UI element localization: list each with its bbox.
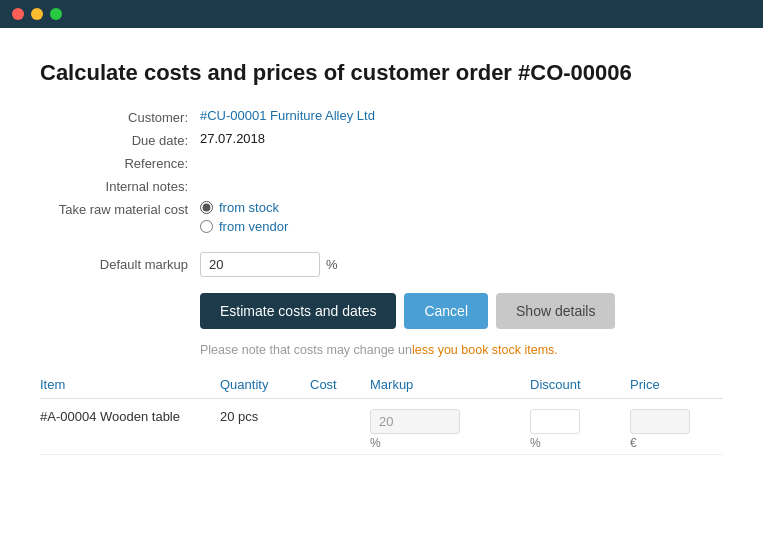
item-name: #A-00004 Wooden table xyxy=(40,409,220,424)
customer-label: Customer: xyxy=(40,108,200,125)
radio-group: from stock from vendor xyxy=(200,200,288,234)
markup-unit: % xyxy=(326,257,338,272)
due-date-label: Due date: xyxy=(40,131,200,148)
customer-value[interactable]: #CU-00001 Furniture Alley Ltd xyxy=(200,108,375,123)
item-quantity: 20 pcs xyxy=(220,409,310,424)
reference-row: Reference: xyxy=(40,154,723,171)
col-item-header: Item xyxy=(40,377,220,392)
col-price-header: Price xyxy=(630,377,710,392)
item-discount-unit: % xyxy=(530,436,630,450)
radio-stock-label: from stock xyxy=(219,200,279,215)
page-title: Calculate costs and prices of customer o… xyxy=(40,60,723,86)
internal-notes-label: Internal notes: xyxy=(40,177,200,194)
markup-input[interactable] xyxy=(200,252,320,277)
col-discount-header: Discount xyxy=(530,377,630,392)
due-date-value: 27.07.2018 xyxy=(200,131,265,146)
cancel-button[interactable]: Cancel xyxy=(404,293,488,329)
main-content: Calculate costs and prices of customer o… xyxy=(0,28,763,548)
show-details-button[interactable]: Show details xyxy=(496,293,615,329)
markup-row: Default markup % xyxy=(40,252,723,277)
notice-text: Please note that costs may change unless… xyxy=(200,343,723,357)
close-button[interactable] xyxy=(12,8,24,20)
minimize-button[interactable] xyxy=(31,8,43,20)
item-price-input[interactable] xyxy=(630,409,690,434)
col-qty-header: Quantity xyxy=(220,377,310,392)
item-markup-input[interactable] xyxy=(370,409,460,434)
estimate-button[interactable]: Estimate costs and dates xyxy=(200,293,396,329)
item-discount-col: % xyxy=(530,409,630,450)
item-markup-col: % xyxy=(370,409,530,450)
item-markup-unit: % xyxy=(370,436,530,450)
item-price-unit: € xyxy=(630,436,710,450)
radio-from-vendor[interactable]: from vendor xyxy=(200,219,288,234)
reference-label: Reference: xyxy=(40,154,200,171)
raw-material-row: Take raw material cost from stock from v… xyxy=(40,200,723,234)
table-header: Item Quantity Cost Markup Discount Price xyxy=(40,377,723,399)
radio-vendor-input[interactable] xyxy=(200,220,213,233)
form-section: Customer: #CU-00001 Furniture Alley Ltd … xyxy=(40,108,723,234)
button-row: Estimate costs and dates Cancel Show det… xyxy=(200,293,723,329)
radio-vendor-label: from vendor xyxy=(219,219,288,234)
item-price-col: € xyxy=(630,409,710,450)
table-row: #A-00004 Wooden table 20 pcs % % € xyxy=(40,399,723,455)
item-discount-input[interactable] xyxy=(530,409,580,434)
col-markup-header: Markup xyxy=(370,377,530,392)
raw-material-label: Take raw material cost xyxy=(40,200,200,217)
customer-row: Customer: #CU-00001 Furniture Alley Ltd xyxy=(40,108,723,125)
table-section: Item Quantity Cost Markup Discount Price… xyxy=(40,377,723,455)
markup-label: Default markup xyxy=(40,257,200,272)
radio-from-stock[interactable]: from stock xyxy=(200,200,288,215)
titlebar xyxy=(0,0,763,28)
due-date-row: Due date: 27.07.2018 xyxy=(40,131,723,148)
radio-stock-input[interactable] xyxy=(200,201,213,214)
internal-notes-row: Internal notes: xyxy=(40,177,723,194)
col-cost-header: Cost xyxy=(310,377,370,392)
maximize-button[interactable] xyxy=(50,8,62,20)
notice-highlight: less you book stock items. xyxy=(412,343,558,357)
